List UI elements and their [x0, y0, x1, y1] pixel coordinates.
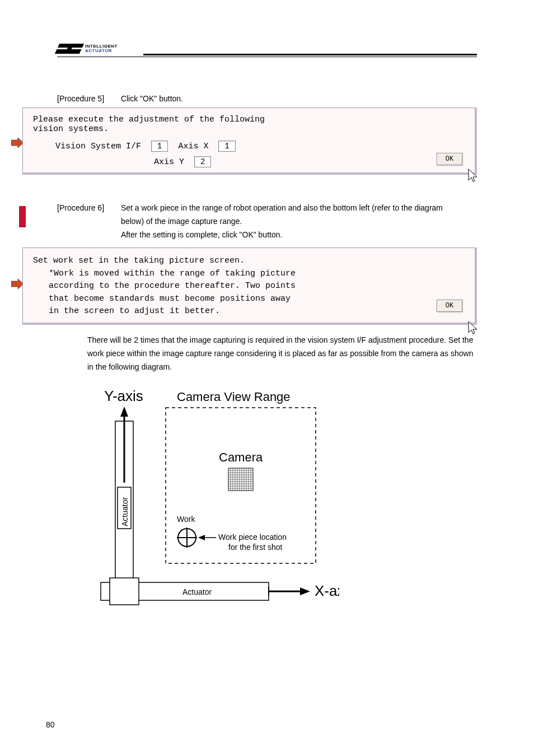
dialog1-text-line1: Please execute the adjustment of the fol…	[33, 115, 465, 124]
dialog-adjustment: Please execute the adjustment of the fol…	[22, 108, 477, 175]
procedure-6-line3: After the setting is complete, click "OK…	[121, 230, 283, 239]
svg-marker-13	[300, 587, 310, 595]
procedure-6-line1: Set a work piece in the range of robot o…	[121, 203, 413, 212]
axis-y-label: Axis Y	[154, 157, 184, 167]
actuator-horizontal-label: Actuator	[182, 587, 212, 596]
svg-rect-11	[110, 578, 139, 605]
dialog2-note3: that become standards must become positi…	[49, 293, 465, 306]
camera-view-range-label: Camera View Range	[177, 390, 291, 404]
ok-button[interactable]: OK	[437, 153, 462, 165]
logo: INTELLIGENT ACTUATOR	[57, 44, 118, 54]
header-rule-thick	[143, 54, 477, 55]
work-location-label1: Work piece location	[218, 533, 287, 542]
procedure-6-label: [Procedure 6]	[57, 202, 119, 215]
svg-marker-9	[198, 535, 205, 540]
y-axis-label: Y-axis	[104, 388, 143, 404]
axis-x-label: Axis X	[178, 142, 208, 151]
actuator-vertical-label: Actuator	[120, 497, 129, 526]
dialog2-text-line1: Set work set in the taking picture scree…	[33, 255, 465, 268]
page-number: 80	[46, 720, 55, 729]
svg-marker-1	[120, 407, 128, 417]
dialog-set-work: Set work set in the taking picture scree…	[22, 248, 477, 325]
procedure-5-label: [Procedure 5]	[57, 94, 119, 103]
logo-text: INTELLIGENT ACTUATOR	[85, 44, 118, 53]
procedure-5-text: Click "OK" button.	[121, 94, 183, 103]
side-tab-marker	[19, 206, 26, 227]
x-axis-label: X-axis	[315, 582, 339, 599]
axis-y-field[interactable]: 2	[194, 156, 211, 167]
dialog1-text-line2: vision systems.	[33, 124, 465, 134]
dialog2-note4: in the screen to adjust it better.	[49, 305, 465, 318]
ok-button[interactable]: OK	[437, 300, 462, 312]
page-header: INTELLIGENT ACTUATOR	[57, 44, 477, 54]
work-label: Work	[177, 515, 195, 524]
vision-system-if-field[interactable]: 1	[151, 141, 168, 152]
logo-text-line2: ACTUATOR	[85, 49, 118, 53]
procedure-5: [Procedure 5] Click "OK" button.	[57, 94, 477, 103]
work-location-label2: for the first shot	[228, 543, 283, 552]
arrow-right-icon	[11, 138, 24, 148]
header-rule-thin	[57, 57, 477, 57]
explanation-text: There will be 2 times that the image cap…	[87, 334, 477, 374]
axis-x-field[interactable]: 1	[218, 141, 235, 152]
dialog2-note1: *Work is moved within the range of takin…	[49, 268, 465, 281]
vision-system-if-label: Vision System I/F	[55, 142, 141, 151]
camera-label: Camera	[219, 450, 263, 464]
diagram: Y-axis Camera View Range Actuator Camera…	[99, 388, 339, 628]
dialog2-note2: according to the procedure thereafter. T…	[49, 280, 465, 293]
arrow-right-icon	[11, 279, 24, 289]
procedure-6: [Procedure 6] Set a work piece in the ra…	[57, 202, 477, 241]
camera-icon	[228, 468, 253, 491]
logo-mark-icon	[55, 44, 84, 54]
procedure-6-text: Set a work piece in the range of robot o…	[121, 202, 468, 241]
cursor-icon	[467, 168, 478, 184]
